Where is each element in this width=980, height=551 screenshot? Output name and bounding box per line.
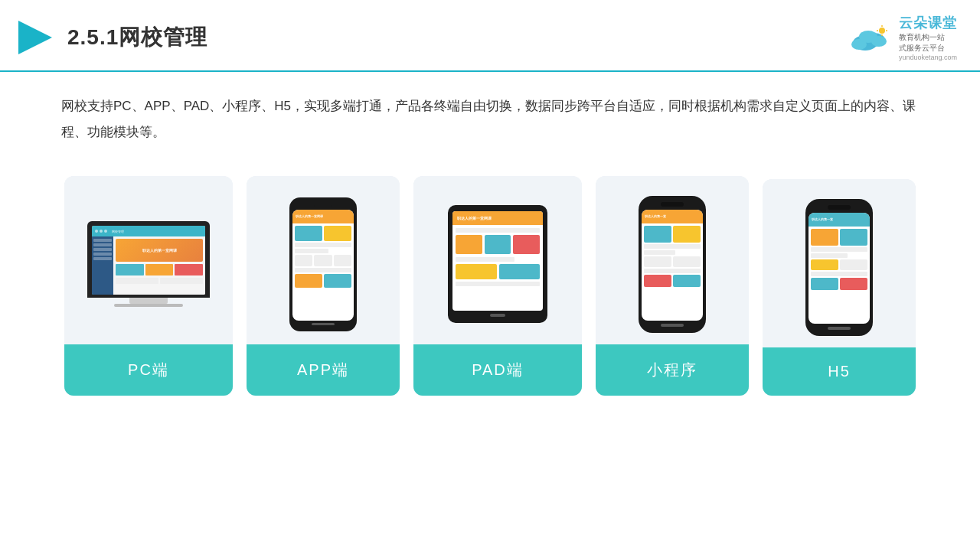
pad-tablet-mockup: 职达人的第一堂网课 bbox=[448, 205, 547, 323]
logo-brand-name: 云朵课堂 bbox=[899, 14, 957, 32]
card-app-label: APP端 bbox=[247, 344, 400, 396]
card-pad-image: 职达人的第一堂网课 bbox=[413, 176, 582, 344]
description-text: 网校支持PC、APP、PAD、小程序、H5，实现多端打通，产品各终端自由切换，数… bbox=[0, 72, 980, 153]
logo-tagline: 教育机构一站 式服务云平台 bbox=[899, 32, 945, 54]
logo-area: 云朵课堂 教育机构一站 式服务云平台 yunduoketang.com bbox=[848, 14, 957, 61]
card-pad: 职达人的第一堂网课 bbox=[413, 176, 582, 396]
card-pc-image: 网校管理 职达人的 bbox=[64, 176, 233, 344]
logo-tagline2: 式服务云平台 bbox=[899, 43, 945, 54]
logo-text-area: 云朵课堂 教育机构一站 式服务云平台 yunduoketang.com bbox=[899, 14, 957, 61]
card-h5-label: H5 bbox=[763, 347, 916, 396]
card-pc: 网校管理 职达人的 bbox=[64, 176, 233, 396]
card-pad-label: PAD端 bbox=[413, 344, 582, 396]
card-app: 职达人的第一堂网课 bbox=[247, 176, 400, 396]
logo-tagline1: 教育机构一站 bbox=[899, 32, 945, 43]
description-paragraph: 网校支持PC、APP、PAD、小程序、H5，实现多端打通，产品各终端自由切换，数… bbox=[61, 93, 919, 145]
app-phone-mockup: 职达人的第一堂网课 bbox=[289, 197, 357, 331]
svg-marker-0 bbox=[18, 21, 52, 54]
card-h5: 职达人的第一堂 bbox=[763, 179, 916, 396]
h5-phone-mockup: 职达人的第一堂 bbox=[805, 199, 873, 336]
cloud-logo-icon bbox=[848, 23, 894, 52]
svg-point-5 bbox=[871, 36, 887, 47]
pc-mockup: 网校管理 职达人的 bbox=[87, 221, 210, 307]
card-miniprogram-image: 职达人的第一堂 bbox=[596, 176, 749, 344]
logo-url: yunduoketang.com bbox=[899, 54, 957, 61]
card-h5-image: 职达人的第一堂 bbox=[763, 179, 916, 347]
card-pc-label: PC端 bbox=[64, 344, 233, 396]
logo-row: 云朵课堂 教育机构一站 式服务云平台 yunduoketang.com bbox=[848, 14, 957, 61]
page-title: 2.5.1网校管理 bbox=[67, 23, 207, 52]
card-miniprogram: 职达人的第一堂 bbox=[596, 176, 749, 396]
header-left: 2.5.1网校管理 bbox=[15, 18, 207, 57]
svg-point-6 bbox=[879, 28, 885, 34]
play-icon bbox=[15, 18, 55, 57]
cards-container: 网校管理 职达人的 bbox=[0, 153, 980, 419]
card-miniprogram-label: 小程序 bbox=[596, 344, 749, 396]
page-header: 2.5.1网校管理 云朵课堂 教育机构一站 bbox=[0, 0, 980, 72]
card-app-image: 职达人的第一堂网课 bbox=[247, 176, 400, 344]
mini-phone-mockup: 职达人的第一堂 bbox=[639, 196, 706, 333]
